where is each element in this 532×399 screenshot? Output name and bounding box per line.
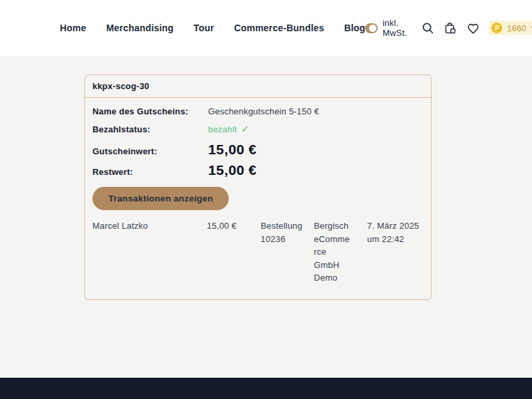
nav-item-commerce-bundles[interactable]: Commerce-Bundles [234, 23, 324, 33]
points-icon: P [491, 23, 502, 33]
show-transactions-button[interactable]: Transaktionen anzeigen [92, 187, 229, 210]
main-nav: Home Merchandising Tour Commerce-Bundles… [60, 23, 365, 33]
wishlist-button[interactable] [466, 21, 480, 35]
toggle-knob [369, 25, 376, 32]
field-remaining-value: Restwert: 15,00 € [92, 162, 424, 178]
field-label: Restwert: [92, 167, 208, 177]
voucher-details: Name des Gutscheins: Geschenkgutschein 5… [85, 98, 431, 299]
status-badge: bezahlt ✓ [208, 123, 249, 135]
cart-button[interactable] [444, 21, 458, 35]
transaction-order: Bestellung 10236 [261, 219, 314, 285]
voucher-value-amount: 15,00 € [208, 142, 257, 158]
field-voucher-value: Gutscheinwert: 15,00 € [92, 142, 424, 158]
remaining-value-amount: 15,00 € [208, 162, 257, 178]
transaction-customer: Marcel Latzko [92, 219, 207, 285]
transaction-row: Marcel Latzko 15,00 € Bestellung 10236 B… [92, 219, 424, 285]
check-icon: ✓ [241, 123, 249, 135]
field-voucher-name: Name des Gutscheins: Geschenkgutschein 5… [92, 106, 424, 116]
status-text: bezahlt [208, 124, 237, 134]
points-value: 1660 [507, 23, 526, 33]
field-value: Geschenkgutschein 5-150 € [208, 106, 319, 116]
transaction-date: 7. März 2025 um 22:42 [367, 219, 424, 285]
search-icon [421, 21, 435, 35]
field-payment-status: Bezahlstatus: bezahlt ✓ [92, 123, 424, 135]
nav-item-blog[interactable]: Blog [344, 23, 365, 33]
shopping-bag-icon [444, 21, 458, 35]
site-header: Home Merchandising Tour Commerce-Bundles… [0, 0, 532, 56]
header-actions: inkl. MwSt. [365, 18, 532, 38]
page: Home Merchandising Tour Commerce-Bundles… [0, 0, 532, 399]
transaction-amount: 15,00 € [207, 219, 261, 285]
vat-toggle[interactable]: inkl. MwSt. [365, 18, 412, 38]
field-label: Name des Gutscheins: [92, 106, 208, 116]
field-label: Bezahlstatus: [92, 124, 208, 134]
search-button[interactable] [421, 21, 435, 35]
vat-toggle-label: inkl. MwSt. [382, 18, 412, 38]
main-content: kkpx-scog-30 Name des Gutscheins: Gesche… [0, 56, 532, 378]
field-label: Gutscheinwert: [92, 146, 208, 156]
toggle-track-icon[interactable] [365, 23, 378, 33]
voucher-card: kkpx-scog-30 Name des Gutscheins: Gesche… [84, 74, 432, 300]
points-badge[interactable]: P 1660 [489, 21, 532, 35]
transaction-company: Bergisch eCommerce GmbH Demo [314, 219, 367, 285]
voucher-code: kkpx-scog-30 [85, 75, 431, 98]
nav-item-tour[interactable]: Tour [194, 23, 214, 33]
page-footer [0, 378, 532, 399]
nav-item-home[interactable]: Home [60, 23, 86, 33]
nav-item-merchandising[interactable]: Merchandising [106, 23, 174, 33]
heart-icon [466, 21, 480, 35]
